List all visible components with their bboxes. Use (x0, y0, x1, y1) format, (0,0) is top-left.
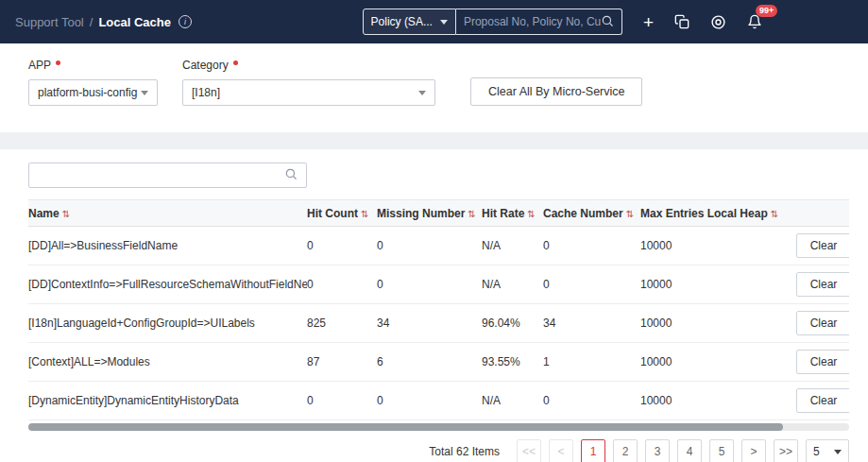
sort-icon[interactable]: ⇅ (626, 209, 634, 219)
cell-max-entries: 10000 (640, 227, 796, 265)
cell-hit-rate: N/A (482, 382, 543, 420)
last-page-button[interactable]: >> (774, 439, 798, 462)
sort-icon[interactable]: ⇅ (468, 209, 475, 219)
page-button-1[interactable]: 1 (581, 439, 605, 462)
cell-cache-number: 0 (543, 265, 640, 304)
clear-row-button[interactable]: Clear (796, 350, 849, 374)
table-header-row: Name⇅ Hit Count⇅ Missing Number⇅ Hit Rat… (28, 200, 849, 227)
column-header-name[interactable]: Name⇅ (28, 200, 307, 227)
table-row: [DynamicEntity]DynamicEntityHistoryData … (28, 382, 849, 420)
scrollbar-thumb[interactable] (28, 423, 783, 431)
topbar: Support Tool / Local Cache i Policy (SA.… (0, 0, 868, 43)
cell-max-entries: 10000 (640, 265, 796, 304)
breadcrumb: Support Tool / Local Cache i (15, 15, 192, 29)
cell-hit-count: 825 (307, 304, 377, 343)
app-label: APP (28, 59, 182, 72)
cell-cache-number: 1 (543, 343, 640, 382)
chevron-down-icon (141, 91, 148, 95)
sort-icon[interactable]: ⇅ (361, 209, 368, 219)
cell-cache-number: 0 (543, 227, 640, 265)
column-header-max-entries[interactable]: Max Entries Local Heap⇅ (640, 200, 796, 227)
app-select[interactable]: platform-busi-config (28, 79, 158, 106)
search-icon (601, 14, 614, 30)
add-icon[interactable]: + (643, 13, 654, 31)
cell-max-entries: 10000 (640, 382, 796, 420)
cell-cache-number: 0 (543, 382, 640, 420)
sort-icon[interactable]: ⇅ (62, 209, 70, 219)
info-icon[interactable]: i (179, 15, 192, 28)
cell-hit-rate: N/A (482, 265, 543, 304)
required-dot-icon (56, 60, 60, 65)
table-search (28, 163, 307, 188)
cache-table-card: Name⇅ Hit Count⇅ Missing Number⇅ Hit Rat… (0, 149, 868, 462)
sort-icon[interactable]: ⇅ (771, 209, 778, 219)
cell-missing-number: 34 (377, 304, 482, 343)
notification-count-badge: 99+ (756, 5, 777, 17)
breadcrumb-support-tool[interactable]: Support Tool (15, 15, 84, 29)
category-select[interactable]: [I18n] (182, 79, 435, 106)
category-field: Category [I18n] (182, 53, 435, 106)
clear-row-button[interactable]: Clear (796, 233, 849, 258)
table-row: [DD]All=>BusinessFieldName 0 0 N/A 0 100… (28, 227, 849, 265)
page-button-4[interactable]: 4 (677, 439, 702, 462)
required-dot-icon (233, 60, 238, 65)
cell-cache-number: 34 (543, 304, 640, 343)
chevron-down-icon (418, 91, 426, 95)
page-button-5[interactable]: 5 (709, 439, 734, 462)
filters-panel: APP platform-busi-config Category [I18n]… (0, 43, 868, 132)
cache-table: Name⇅ Hit Count⇅ Missing Number⇅ Hit Rat… (28, 199, 849, 420)
breadcrumb-separator: / (90, 15, 94, 29)
chevron-down-icon (834, 450, 842, 454)
column-header-missing-number[interactable]: Missing Number⇅ (377, 200, 482, 227)
search-icon (284, 167, 298, 183)
clear-row-button[interactable]: Clear (796, 311, 849, 335)
column-header-cache-number[interactable]: Cache Number⇅ (543, 200, 640, 227)
page-title: Local Cache (98, 15, 171, 29)
cell-hit-count: 87 (307, 343, 377, 382)
next-page-button[interactable]: > (741, 439, 766, 462)
target-icon[interactable] (710, 14, 726, 30)
cell-missing-number: 0 (377, 382, 482, 420)
global-search-input[interactable] (464, 15, 601, 28)
cell-hit-count: 0 (307, 265, 377, 304)
cell-hit-count: 0 (307, 227, 377, 265)
cell-missing-number: 0 (377, 227, 482, 265)
page-button-3[interactable]: 3 (645, 439, 670, 462)
clear-row-button[interactable]: Clear (796, 272, 849, 297)
cell-name: [DD]All=>BusinessFieldName (28, 227, 307, 265)
column-header-hit-count[interactable]: Hit Count⇅ (307, 200, 377, 227)
clear-all-by-microservice-button[interactable]: Clear All By Micro-Service (470, 77, 642, 106)
table-row: [Context]ALL=>Modules 87 6 93.55% 1 1000… (28, 343, 849, 382)
chevron-down-icon (440, 20, 448, 25)
cell-hit-rate: 93.55% (482, 343, 543, 382)
clear-row-button[interactable]: Clear (796, 388, 849, 413)
app-field: APP platform-busi-config (28, 53, 182, 106)
page-size-select[interactable]: 5 (806, 439, 849, 462)
category-select-value: [I18n] (192, 86, 220, 99)
cell-missing-number: 0 (377, 265, 482, 304)
cell-name: [DD]ContextInfo=>FullResourceSchemaWitho… (28, 265, 307, 304)
search-type-value: Policy (SA... (371, 15, 433, 28)
table-row: [DD]ContextInfo=>FullResourceSchemaWitho… (28, 265, 849, 304)
horizontal-scrollbar[interactable] (28, 423, 849, 431)
page-button-2[interactable]: 2 (613, 439, 638, 462)
cell-max-entries: 10000 (640, 304, 796, 343)
sort-icon[interactable]: ⇅ (527, 209, 535, 219)
column-header-hit-rate[interactable]: Hit Rate⇅ (482, 200, 543, 227)
copy-icon[interactable] (674, 14, 689, 29)
prev-page-button[interactable]: < (549, 439, 573, 462)
cell-hit-rate: 96.04% (482, 304, 543, 343)
first-page-button[interactable]: << (517, 439, 541, 462)
cell-hit-rate: N/A (482, 227, 543, 265)
cell-missing-number: 6 (377, 343, 482, 382)
topbar-controls: Policy (SA... + 99+ (363, 9, 762, 35)
table-search-input[interactable] (38, 169, 284, 182)
app-select-value: platform-busi-config (38, 86, 137, 99)
page-size-value: 5 (813, 445, 820, 458)
cell-hit-count: 0 (307, 382, 377, 420)
total-items-label: Total 62 Items (429, 445, 500, 458)
cell-name: [I18n]LanguageId+ConfigGroupId=>UILabels (28, 304, 307, 343)
notifications-bell-icon[interactable]: 99+ (747, 14, 762, 29)
category-label: Category (182, 59, 435, 72)
search-type-select[interactable]: Policy (SA... (363, 9, 456, 35)
